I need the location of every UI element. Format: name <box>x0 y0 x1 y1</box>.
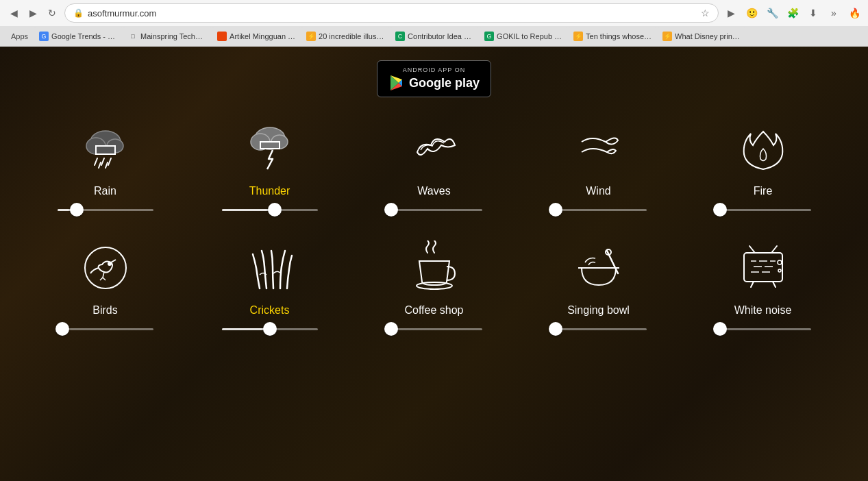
slider-thumb-fire[interactable] <box>713 203 727 217</box>
slider-birds[interactable] <box>58 322 153 336</box>
slider-waves[interactable] <box>386 203 482 217</box>
slider-wind[interactable] <box>551 203 647 217</box>
tab-favicon: G <box>484 32 494 41</box>
crickets-icon <box>239 237 301 299</box>
slider-thumb-wind[interactable] <box>549 203 562 217</box>
tab-illustrations[interactable]: ⚡ 20 incredible illustrat <box>301 27 390 45</box>
thunder-icon <box>239 118 301 180</box>
more-extensions[interactable]: » <box>826 5 842 21</box>
tab-contributor[interactable]: C Contributor Idea Hea <box>390 27 479 45</box>
slider-fill-thunder <box>222 209 275 211</box>
svg-line-24 <box>749 246 755 253</box>
address-bar[interactable]: 🔒 asoftmurmur.com ☆ <box>64 3 719 23</box>
slider-white-noise[interactable] <box>715 322 811 336</box>
browser-actions: ▶ 🙂 🔧 🧩 ⬇ » 🔥 <box>723 5 863 21</box>
browser-toolbar: ◀ ▶ ↻ 🔒 asoftmurmur.com ☆ ▶ 🙂 🔧 🧩 ⬇ » 🔥 <box>0 0 868 26</box>
svg-line-10 <box>108 158 111 165</box>
slider-thumb-crickets[interactable] <box>263 322 277 336</box>
slider-thumb-coffee-shop[interactable] <box>384 322 398 336</box>
tab-favicon: □ <box>128 32 138 41</box>
tab-disney[interactable]: ⚡ What Disney princess <box>657 27 746 45</box>
content-wrapper: ANDROID APP ON Google play <box>0 47 868 349</box>
sound-item-wind[interactable]: Wind <box>537 118 660 217</box>
tab-label: Ten things whose pur <box>586 32 652 40</box>
svg-rect-16 <box>260 142 280 149</box>
slider-coffee-shop[interactable] <box>386 322 482 336</box>
forward-button[interactable]: ▶ <box>25 5 41 21</box>
tab-gokil[interactable]: G GOKIL to Repub - Go <box>479 27 568 45</box>
fire-icon <box>732 118 794 180</box>
slider-track-fire <box>715 209 811 211</box>
slider-thumb-thunder[interactable] <box>268 203 282 217</box>
tab-ten-things[interactable]: ⚡ Ten things whose pur <box>568 27 657 45</box>
tab-label: 20 incredible illustrat <box>319 32 384 40</box>
bookmark-icon[interactable]: ☆ <box>701 8 710 18</box>
sound-item-birds[interactable]: Birds <box>44 237 167 336</box>
slider-thumb-birds[interactable] <box>55 322 69 336</box>
sounds-row-2: Birds <box>23 237 845 336</box>
svg-line-25 <box>771 246 777 253</box>
slider-fire[interactable] <box>715 203 811 217</box>
sound-item-white-noise[interactable]: White noise <box>702 237 825 336</box>
play-store-logo-icon <box>388 75 405 91</box>
slider-track-coffee-shop <box>386 328 482 330</box>
slider-track-rain <box>58 209 153 211</box>
sound-label-waves: Waves <box>417 185 450 197</box>
puzzle-icon[interactable]: 🧩 <box>784 5 801 21</box>
svg-point-36 <box>778 269 781 272</box>
fire-extension[interactable]: 🔥 <box>846 5 863 21</box>
slider-thumb-singing-bowl[interactable] <box>549 322 562 336</box>
tabs-bar: Apps G Google Trends - Hot S □ Mainsprin… <box>0 26 868 47</box>
sound-item-singing-bowl[interactable]: Singing bowl <box>537 237 660 336</box>
svg-line-9 <box>101 158 104 165</box>
slider-track-birds <box>58 328 153 330</box>
sound-label-white-noise: White noise <box>734 304 792 317</box>
slider-crickets[interactable] <box>222 322 318 336</box>
browser-chrome: ◀ ▶ ↻ 🔒 asoftmurmur.com ☆ ▶ 🙂 🔧 🧩 ⬇ » 🔥 … <box>0 0 868 47</box>
slider-rain[interactable] <box>58 203 153 217</box>
back-button[interactable]: ◀ <box>5 5 22 21</box>
tab-mainspring[interactable]: □ Mainspring Technolog... <box>123 27 212 45</box>
tools-icon[interactable]: 🔧 <box>764 5 780 21</box>
tab-label: Google Trends - Hot S <box>51 32 117 40</box>
slider-thumb-waves[interactable] <box>384 203 398 217</box>
tab-favicon: ⚡ <box>662 32 672 41</box>
youtube-icon[interactable]: ▶ <box>723 5 739 21</box>
sound-label-crickets: Crickets <box>250 304 290 317</box>
sounds-row-1: Rain <box>23 118 845 217</box>
tab-favicon: C <box>395 32 405 41</box>
apps-label[interactable]: Apps <box>5 32 34 40</box>
slider-track-thunder <box>222 209 318 211</box>
sound-item-thunder[interactable]: Thunder <box>208 118 332 217</box>
reload-button[interactable]: ↻ <box>44 5 60 21</box>
tab-google-trends[interactable]: G Google Trends - Hot S <box>34 27 123 45</box>
svg-line-8 <box>95 158 97 165</box>
sound-item-crickets[interactable]: Crickets <box>208 237 332 336</box>
emoji-icon[interactable]: 🙂 <box>743 5 760 21</box>
slider-thumb-rain[interactable] <box>70 203 84 217</box>
svg-point-18 <box>108 262 111 265</box>
google-play-bottom: Google play <box>388 75 480 91</box>
slider-thumb-white-noise[interactable] <box>713 322 727 336</box>
white-noise-icon <box>732 237 794 299</box>
sound-item-waves[interactable]: Waves <box>373 118 496 217</box>
svg-line-11 <box>99 162 101 168</box>
sound-item-coffee-shop[interactable]: Coffee shop <box>373 237 496 336</box>
download-icon[interactable]: ⬇ <box>805 5 821 21</box>
svg-line-27 <box>773 282 776 287</box>
slider-thunder[interactable] <box>222 203 318 217</box>
sound-label-wind: Wind <box>586 185 610 197</box>
svg-line-26 <box>751 282 754 287</box>
google-play-badge[interactable]: ANDROID APP ON Google play <box>377 60 491 97</box>
sound-item-fire[interactable]: Fire <box>702 118 825 217</box>
birds-icon <box>75 237 136 299</box>
url-text: asoftmurmur.com <box>88 8 156 18</box>
sound-item-rain[interactable]: Rain <box>44 118 167 217</box>
sound-label-thunder: Thunder <box>249 185 290 197</box>
slider-singing-bowl[interactable] <box>551 322 647 336</box>
svg-line-12 <box>106 162 108 168</box>
singing-bowl-icon <box>568 237 630 299</box>
tab-artikel[interactable]: Artikel Mingguan - G... <box>212 27 301 45</box>
svg-rect-7 <box>96 146 115 154</box>
coffee-shop-icon <box>404 237 465 299</box>
